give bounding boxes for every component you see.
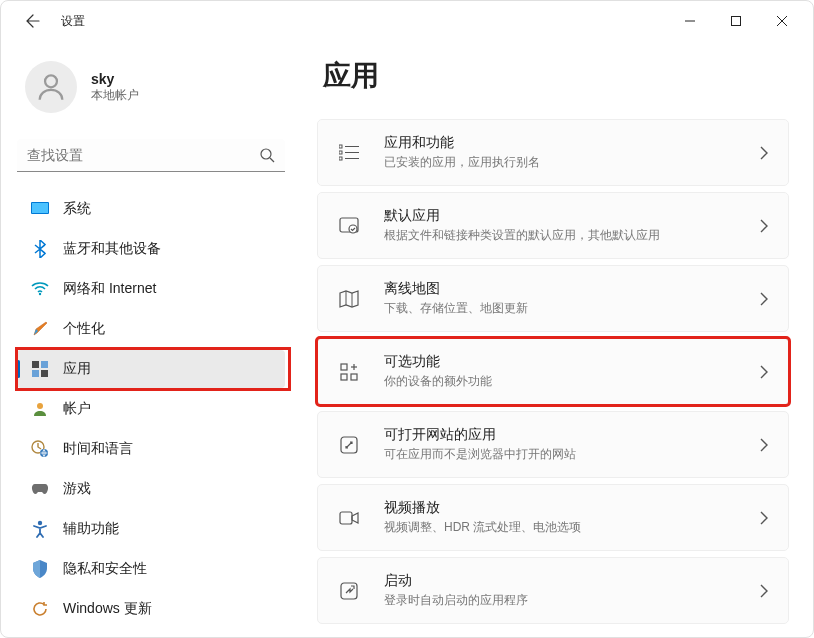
- card-title: 视频播放: [384, 499, 760, 517]
- svg-rect-9: [41, 361, 48, 368]
- maximize-button[interactable]: [713, 5, 759, 37]
- card-body: 可选功能 你的设备的额外功能: [384, 353, 760, 390]
- nav-item-gaming[interactable]: 游戏: [17, 470, 285, 508]
- account-icon: [31, 400, 49, 418]
- page-title: 应用: [317, 57, 789, 95]
- card-body: 视频播放 视频调整、HDR 流式处理、电池选项: [384, 499, 760, 536]
- card-apps-features[interactable]: 应用和功能 已安装的应用，应用执行别名: [317, 119, 789, 186]
- svg-rect-11: [41, 370, 48, 377]
- svg-rect-28: [351, 374, 357, 380]
- svg-rect-16: [339, 145, 342, 148]
- card-offline-maps[interactable]: 离线地图 下载、存储位置、地图更新: [317, 265, 789, 332]
- svg-rect-10: [32, 370, 39, 377]
- svg-rect-27: [341, 374, 347, 380]
- titlebar-left: 设置: [9, 9, 85, 33]
- card-title: 可选功能: [384, 353, 760, 371]
- chevron-right-icon: [760, 365, 768, 379]
- chevron-right-icon: [760, 292, 768, 306]
- display-icon: [31, 200, 49, 218]
- search-box[interactable]: [17, 139, 285, 172]
- card-title: 可打开网站的应用: [384, 426, 760, 444]
- list-icon: [338, 142, 360, 164]
- main: 应用 应用和功能 已安装的应用，应用执行别名 默认应用 根据文件和链接种类设置的…: [301, 41, 813, 637]
- profile-sub: 本地帐户: [91, 87, 139, 104]
- search-input[interactable]: [27, 147, 259, 163]
- maximize-icon: [731, 16, 741, 26]
- card-video-playback[interactable]: 视频播放 视频调整、HDR 流式处理、电池选项: [317, 484, 789, 551]
- profile-name: sky: [91, 71, 139, 87]
- nav-label: 时间和语言: [63, 440, 133, 458]
- profile[interactable]: sky 本地帐户: [17, 49, 285, 133]
- default-app-icon: [338, 215, 360, 237]
- svg-point-2: [45, 75, 57, 87]
- close-icon: [777, 16, 787, 26]
- nav-label: 个性化: [63, 320, 105, 338]
- back-arrow-icon: [25, 13, 41, 29]
- window-controls: [667, 5, 805, 37]
- nav-item-bluetooth[interactable]: 蓝牙和其他设备: [17, 230, 285, 268]
- svg-rect-8: [32, 361, 39, 368]
- person-icon: [34, 70, 68, 104]
- nav-item-personalization[interactable]: 个性化: [17, 310, 285, 348]
- minimize-button[interactable]: [667, 5, 713, 37]
- svg-rect-32: [340, 512, 352, 524]
- svg-point-7: [39, 293, 41, 295]
- svg-point-3: [261, 149, 271, 159]
- card-default-apps[interactable]: 默认应用 根据文件和链接种类设置的默认应用，其他默认应用: [317, 192, 789, 259]
- card-body: 应用和功能 已安装的应用，应用执行别名: [384, 134, 760, 171]
- chevron-right-icon: [760, 511, 768, 525]
- titlebar: 设置: [1, 1, 813, 41]
- svg-point-12: [37, 403, 43, 409]
- card-body: 可打开网站的应用 可在应用而不是浏览器中打开的网站: [384, 426, 760, 463]
- nav-label: 辅助功能: [63, 520, 119, 538]
- nav-item-network[interactable]: 网络和 Internet: [17, 270, 285, 308]
- back-button[interactable]: [21, 9, 45, 33]
- card-title: 启动: [384, 572, 760, 590]
- app-link-icon: [338, 434, 360, 456]
- close-button[interactable]: [759, 5, 805, 37]
- card-sub: 下载、存储位置、地图更新: [384, 300, 760, 317]
- nav-item-apps[interactable]: 应用: [17, 350, 285, 388]
- svg-rect-18: [339, 157, 342, 160]
- card-title: 离线地图: [384, 280, 760, 298]
- video-icon: [338, 507, 360, 529]
- shield-icon: [31, 560, 49, 578]
- nav-item-accounts[interactable]: 帐户: [17, 390, 285, 428]
- card-body: 离线地图 下载、存储位置、地图更新: [384, 280, 760, 317]
- update-icon: [31, 600, 49, 618]
- card-apps-for-websites[interactable]: 可打开网站的应用 可在应用而不是浏览器中打开的网站: [317, 411, 789, 478]
- card-sub: 可在应用而不是浏览器中打开的网站: [384, 446, 760, 463]
- svg-rect-26: [341, 364, 347, 370]
- profile-info: sky 本地帐户: [91, 71, 139, 104]
- nav-item-windows-update[interactable]: Windows 更新: [17, 590, 285, 628]
- svg-rect-33: [341, 583, 357, 599]
- nav-item-time-language[interactable]: 时间和语言: [17, 430, 285, 468]
- nav-item-accessibility[interactable]: 辅助功能: [17, 510, 285, 548]
- startup-icon: [338, 580, 360, 602]
- minimize-icon: [685, 16, 695, 26]
- nav-label: 网络和 Internet: [63, 280, 156, 298]
- nav-item-privacy[interactable]: 隐私和安全性: [17, 550, 285, 588]
- nav-label: 隐私和安全性: [63, 560, 147, 578]
- card-sub: 已安装的应用，应用执行别名: [384, 154, 760, 171]
- wifi-icon: [31, 280, 49, 298]
- sidebar: sky 本地帐户 系统 蓝牙和其他设备 网络和 Internet: [1, 41, 301, 637]
- brush-icon: [31, 320, 49, 338]
- card-startup[interactable]: 启动 登录时自动启动的应用程序: [317, 557, 789, 624]
- chevron-right-icon: [760, 584, 768, 598]
- grid-plus-icon: [338, 361, 360, 383]
- accessibility-icon: [31, 520, 49, 538]
- card-sub: 视频调整、HDR 流式处理、电池选项: [384, 519, 760, 536]
- nav-item-system[interactable]: 系统: [17, 190, 285, 228]
- card-title: 默认应用: [384, 207, 760, 225]
- nav-highlight-marker: [15, 347, 291, 391]
- nav-label: 蓝牙和其他设备: [63, 240, 161, 258]
- svg-point-15: [38, 521, 42, 525]
- content: sky 本地帐户 系统 蓝牙和其他设备 网络和 Internet: [1, 41, 813, 637]
- card-optional-features[interactable]: 可选功能 你的设备的额外功能: [317, 338, 789, 405]
- svg-rect-6: [32, 203, 48, 213]
- chevron-right-icon: [760, 438, 768, 452]
- clock-globe-icon: [31, 440, 49, 458]
- card-list: 应用和功能 已安装的应用，应用执行别名 默认应用 根据文件和链接种类设置的默认应…: [317, 119, 789, 624]
- nav-label: 系统: [63, 200, 91, 218]
